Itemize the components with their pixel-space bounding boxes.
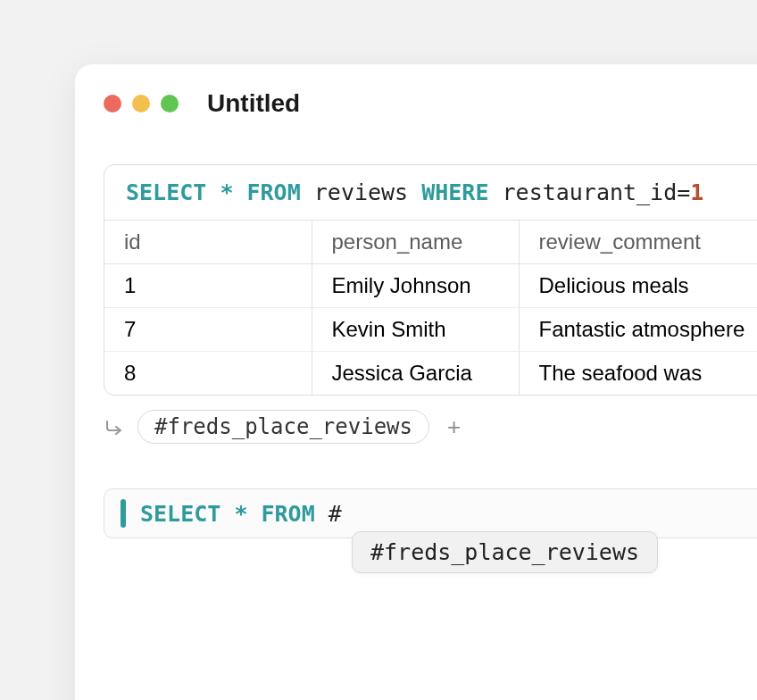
sql-query-2: SELECT * FROM # <box>140 501 342 527</box>
table-row[interactable]: 8 Jessica Garcia The seafood was <box>104 352 757 396</box>
table-row[interactable]: 7 Kevin Smith Fantastic atmosphere <box>104 308 757 352</box>
col-header-review-comment[interactable]: review_comment <box>519 221 757 264</box>
indent-arrow-icon <box>104 416 125 438</box>
keyword-where: WHERE <box>421 179 488 205</box>
keyword-select: SELECT <box>126 179 206 205</box>
window-title: Untitled <box>207 89 300 118</box>
star-operator: * <box>234 501 247 527</box>
cell-person-name: Emily Johnson <box>312 264 519 308</box>
sql-query-1[interactable]: SELECT * FROM reviews WHERE restaurant_i… <box>104 165 757 221</box>
cell-review-comment: Fantastic atmosphere <box>519 308 757 352</box>
cursor-icon <box>121 499 126 528</box>
table-name: reviews <box>314 179 408 205</box>
table-header-row: id person_name review_comment <box>104 221 757 264</box>
named-result-chip[interactable]: #freds_place_reviews <box>137 410 429 444</box>
query-result-card: SELECT * FROM reviews WHERE restaurant_i… <box>104 164 757 396</box>
star-operator: * <box>220 179 233 205</box>
cell-id: 7 <box>104 308 312 352</box>
results-table: id person_name review_comment 1 Emily Jo… <box>104 221 757 395</box>
col-header-person-name[interactable]: person_name <box>312 221 519 264</box>
cell-id: 8 <box>104 352 312 396</box>
filter-value: 1 <box>690 179 703 205</box>
result-meta-row: #freds_place_reviews + 13 rows1. <box>104 408 757 446</box>
keyword-select: SELECT <box>140 501 220 527</box>
col-header-id[interactable]: id <box>104 221 312 264</box>
hash-token: # <box>329 501 342 527</box>
keyword-from: FROM <box>262 501 315 527</box>
app-window: Untitled SELECT * FROM reviews WHERE res… <box>75 64 757 700</box>
filter-column: restaurant_id <box>503 179 678 205</box>
titlebar: Untitled <box>75 89 757 118</box>
eq-operator: = <box>677 179 690 205</box>
cell-review-comment: The seafood was <box>519 352 757 396</box>
traffic-lights <box>104 95 179 112</box>
content: SELECT * FROM reviews WHERE restaurant_i… <box>75 164 757 538</box>
table-row[interactable]: 1 Emily Johnson Delicious meals <box>104 264 757 308</box>
cell-id: 1 <box>104 264 312 308</box>
autocomplete-popover[interactable]: #freds_place_reviews <box>352 531 658 573</box>
cell-person-name: Kevin Smith <box>312 308 519 352</box>
maximize-icon[interactable] <box>161 95 179 112</box>
cell-review-comment: Delicious meals <box>519 264 757 308</box>
minimize-icon[interactable] <box>132 95 150 112</box>
keyword-from: FROM <box>247 179 301 205</box>
cell-person-name: Jessica Garcia <box>312 352 519 396</box>
add-chip-button[interactable]: + <box>442 413 466 441</box>
close-icon[interactable] <box>104 95 121 112</box>
